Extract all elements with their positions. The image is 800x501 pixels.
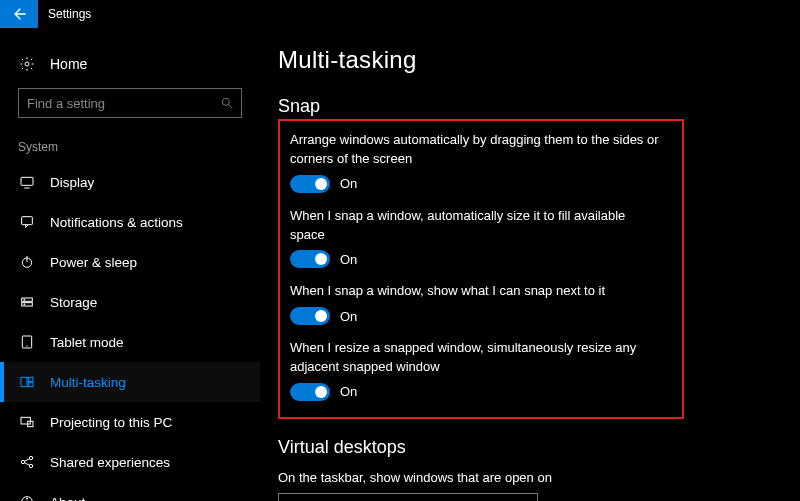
shared-icon <box>18 454 36 470</box>
svg-rect-5 <box>22 217 33 225</box>
svg-line-22 <box>24 459 29 462</box>
virtual-desktops-section: Virtual desktops On the taskbar, show wi… <box>278 437 770 501</box>
toggle-knob <box>315 253 327 265</box>
toggle-knob <box>315 386 327 398</box>
search-input[interactable] <box>18 88 242 118</box>
snap-toggle-1[interactable] <box>290 250 330 268</box>
svg-point-1 <box>222 98 229 105</box>
back-arrow-icon <box>11 6 27 22</box>
toggle-state-label: On <box>340 252 357 267</box>
svg-rect-17 <box>21 417 30 424</box>
svg-line-2 <box>229 105 233 109</box>
display-icon <box>18 174 36 190</box>
svg-point-21 <box>29 464 32 467</box>
sidebar-item-tablet[interactable]: Tablet mode <box>0 322 260 362</box>
window-title: Settings <box>38 7 91 21</box>
svg-rect-9 <box>22 303 33 306</box>
svg-rect-8 <box>22 298 33 301</box>
snap-toggle-2[interactable] <box>290 307 330 325</box>
gear-icon <box>18 56 36 72</box>
toggle-state-label: On <box>340 176 357 191</box>
page-title: Multi-tasking <box>278 46 770 74</box>
content-area: Multi-tasking Snap Arrange windows autom… <box>260 28 800 501</box>
snap-option-1: When I snap a window, automatically size… <box>290 207 668 269</box>
svg-line-23 <box>24 463 29 466</box>
sidebar-item-storage[interactable]: Storage <box>0 282 260 322</box>
sidebar-item-label: Storage <box>50 295 97 310</box>
toggle-knob <box>315 310 327 322</box>
svg-point-20 <box>29 456 32 459</box>
svg-point-10 <box>24 299 25 300</box>
sidebar-item-label: Notifications & actions <box>50 215 183 230</box>
svg-rect-15 <box>28 377 33 381</box>
toggle-state-label: On <box>340 309 357 324</box>
sidebar-item-label: Power & sleep <box>50 255 137 270</box>
notifications-icon <box>18 214 36 230</box>
sidebar-item-projecting[interactable]: Projecting to this PC <box>0 402 260 442</box>
sidebar-item-power[interactable]: Power & sleep <box>0 242 260 282</box>
projecting-icon <box>18 414 36 430</box>
storage-icon <box>18 294 36 310</box>
sidebar-group-label: System <box>0 132 260 162</box>
tablet-icon <box>18 334 36 350</box>
sidebar-item-multitasking[interactable]: Multi-tasking <box>0 362 260 402</box>
nav-home-label: Home <box>50 56 87 72</box>
sidebar-item-label: Display <box>50 175 94 190</box>
snap-option-label: When I snap a window, automatically size… <box>290 207 660 245</box>
virtual-desktops-taskbar-select[interactable]: Only the desktop I'm using <box>278 493 538 501</box>
sidebar: Home System Display Notifications & acti… <box>0 28 260 501</box>
about-icon <box>18 494 36 501</box>
svg-rect-3 <box>21 177 33 185</box>
snap-option-2: When I snap a window, show what I can sn… <box>290 282 668 325</box>
sidebar-item-notifications[interactable]: Notifications & actions <box>0 202 260 242</box>
virtual-desktops-taskbar-label: On the taskbar, show windows that are op… <box>278 470 770 485</box>
sidebar-item-label: Multi-tasking <box>50 375 126 390</box>
snap-option-label: When I snap a window, show what I can sn… <box>290 282 660 301</box>
toggle-state-label: On <box>340 384 357 399</box>
snap-highlight-box: Arrange windows automatically by draggin… <box>278 119 684 419</box>
svg-point-0 <box>25 62 29 66</box>
svg-rect-16 <box>28 383 33 387</box>
snap-section-title: Snap <box>278 96 770 117</box>
sidebar-item-about[interactable]: About <box>0 482 260 501</box>
sidebar-item-shared[interactable]: Shared experiences <box>0 442 260 482</box>
multitasking-icon <box>18 374 36 390</box>
svg-point-11 <box>24 304 25 305</box>
sidebar-item-display[interactable]: Display <box>0 162 260 202</box>
snap-option-label: When I resize a snapped window, simultan… <box>290 339 660 377</box>
snap-option-3: When I resize a snapped window, simultan… <box>290 339 668 401</box>
search-icon <box>220 96 234 110</box>
virtual-desktops-title: Virtual desktops <box>278 437 770 458</box>
toggle-knob <box>315 178 327 190</box>
sidebar-item-label: Shared experiences <box>50 455 170 470</box>
sidebar-item-label: Tablet mode <box>50 335 124 350</box>
snap-option-0: Arrange windows automatically by draggin… <box>290 131 668 193</box>
search-container <box>18 88 242 118</box>
sidebar-item-label: About <box>50 495 85 502</box>
svg-point-26 <box>26 498 27 499</box>
svg-point-19 <box>21 460 24 463</box>
snap-option-label: Arrange windows automatically by draggin… <box>290 131 660 169</box>
back-button[interactable] <box>0 0 38 28</box>
power-icon <box>18 254 36 270</box>
nav-home[interactable]: Home <box>0 50 260 82</box>
sidebar-item-label: Projecting to this PC <box>50 415 172 430</box>
svg-rect-14 <box>21 377 27 386</box>
snap-toggle-3[interactable] <box>290 383 330 401</box>
snap-toggle-0[interactable] <box>290 175 330 193</box>
titlebar: Settings <box>0 0 800 28</box>
